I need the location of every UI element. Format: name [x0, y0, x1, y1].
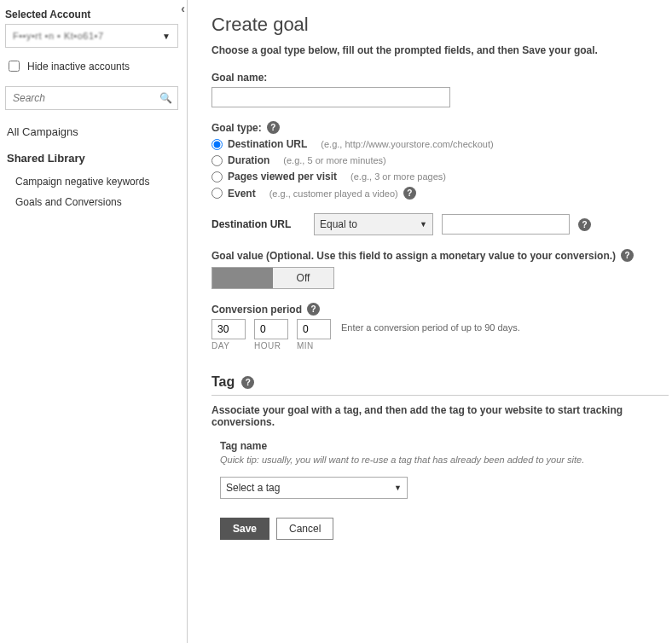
radio-hint: (e.g., 3 or more pages) — [350, 171, 446, 182]
radio-label: Pages viewed per visit — [228, 171, 337, 182]
radio-hint: (e.g., 5 or more minutes) — [283, 155, 385, 165]
nav-goals-and-conversions[interactable]: Goals and Conversions — [2, 192, 182, 212]
goal-type-duration[interactable]: Duration (e.g., 5 or more minutes) — [211, 154, 669, 166]
radio-pages-viewed[interactable] — [211, 171, 223, 182]
goal-value-label: Goal value (Optional. Use this field to … — [211, 250, 616, 262]
conversion-hint: Enter a conversion period of up to 90 da… — [341, 319, 520, 333]
chevron-down-icon: ▼ — [420, 220, 427, 229]
radio-event[interactable] — [211, 188, 223, 199]
radio-label: Event — [228, 188, 256, 200]
nav-shared-library[interactable]: Shared Library — [2, 145, 182, 171]
goal-value-toggle[interactable]: Off — [211, 267, 334, 289]
account-name: F••y•rt •n • Kt•o61•7 — [13, 31, 104, 41]
unit-min: MIN — [297, 341, 314, 350]
toggle-on-side — [212, 268, 273, 288]
unit-day: DAY — [211, 341, 229, 350]
radio-hint: (e.g., customer played a video) — [269, 188, 398, 199]
select-value: Select a tag — [226, 482, 280, 494]
divider — [211, 395, 669, 396]
conversion-period-label: Conversion period — [211, 304, 302, 316]
selected-account-label: Selected Account — [2, 3, 182, 24]
toggle-off-side: Off — [273, 268, 333, 288]
tag-tip: Quick tip: usually, you will want to re-… — [220, 455, 669, 465]
help-icon[interactable]: ? — [621, 249, 634, 262]
goal-type-pages-viewed[interactable]: Pages viewed per visit (e.g., 3 or more … — [211, 171, 669, 182]
search-box[interactable]: 🔍 — [5, 86, 178, 110]
conversion-hour-input[interactable] — [254, 319, 288, 339]
goal-type-event[interactable]: Event (e.g., customer played a video) ? — [211, 187, 669, 200]
chevron-down-icon: ▼ — [162, 32, 171, 41]
sidebar: ‹ Selected Account F••y•rt •n • Kt•o61•7… — [0, 0, 188, 643]
help-icon[interactable]: ? — [241, 376, 254, 389]
tag-select[interactable]: Select a tag ▼ — [220, 477, 408, 499]
search-icon[interactable]: 🔍 — [159, 92, 172, 104]
sidebar-collapse-handle[interactable]: ‹ — [181, 2, 185, 15]
hide-inactive-label: Hide inactive accounts — [27, 61, 130, 72]
conversion-min-input[interactable] — [297, 319, 331, 339]
radio-label: Destination URL — [228, 138, 307, 150]
goal-name-label: Goal name: — [211, 72, 669, 84]
destination-url-label: Destination URL — [211, 218, 305, 230]
main-content: Create goal Choose a goal type below, fi… — [188, 0, 672, 643]
tag-heading: Tag — [211, 374, 235, 390]
conversion-day-input[interactable] — [211, 319, 246, 339]
page-intro: Choose a goal type below, fill out the p… — [211, 44, 669, 56]
chevron-down-icon: ▼ — [394, 484, 402, 492]
goal-type-label: Goal type: — [211, 122, 262, 134]
page-title: Create goal — [211, 14, 669, 36]
destination-operator-select[interactable]: Equal to ▼ — [314, 213, 433, 235]
account-dropdown[interactable]: F••y•rt •n • Kt•o61•7 ▼ — [5, 24, 178, 48]
hide-inactive-toggle[interactable]: Hide inactive accounts — [2, 56, 182, 83]
tag-name-label: Tag name — [220, 440, 669, 452]
hide-inactive-checkbox[interactable] — [9, 61, 20, 72]
help-icon[interactable]: ? — [578, 218, 591, 231]
destination-url-input[interactable] — [442, 214, 570, 235]
search-input[interactable] — [11, 91, 159, 105]
nav-campaign-negative-keywords[interactable]: Campaign negative keywords — [2, 171, 182, 192]
help-icon[interactable]: ? — [267, 121, 280, 134]
nav-all-campaigns[interactable]: All Campaigns — [2, 119, 182, 145]
goal-name-input[interactable] — [211, 87, 450, 107]
cancel-button[interactable]: Cancel — [276, 518, 333, 540]
save-button[interactable]: Save — [220, 518, 269, 540]
radio-duration[interactable] — [211, 155, 223, 166]
help-icon[interactable]: ? — [403, 187, 416, 200]
goal-type-destination-url[interactable]: Destination URL (e.g., http://www.yourst… — [211, 138, 669, 150]
radio-label: Duration — [228, 154, 269, 166]
radio-destination-url[interactable] — [211, 139, 223, 150]
tag-associate-text: Associate your goal with a tag, and then… — [211, 404, 669, 428]
unit-hour: HOUR — [254, 341, 281, 350]
select-value: Equal to — [320, 218, 357, 230]
radio-hint: (e.g., http://www.yourstore.com/checkout… — [321, 139, 493, 149]
help-icon[interactable]: ? — [307, 303, 320, 316]
